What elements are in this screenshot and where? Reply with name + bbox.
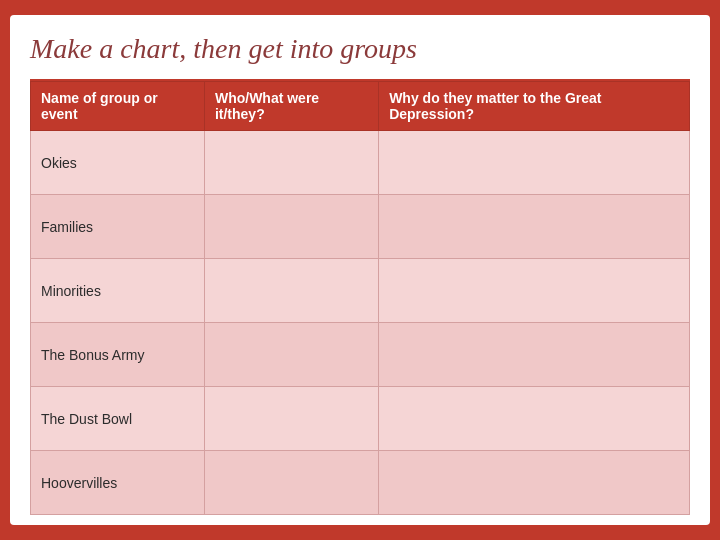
col-header-why: Why do they matter to the Great Depressi… [379, 82, 690, 131]
table-header-row: Name of group or event Who/What were it/… [31, 82, 690, 131]
data-cell [379, 323, 690, 387]
data-cell [379, 259, 690, 323]
data-cell [204, 195, 378, 259]
table-row: Families [31, 195, 690, 259]
col-header-who: Who/What were it/they? [204, 82, 378, 131]
data-cell [379, 131, 690, 195]
name-cell: Families [31, 195, 205, 259]
name-cell: Hoovervilles [31, 451, 205, 515]
table-row: Okies [31, 131, 690, 195]
data-cell [379, 387, 690, 451]
slide-title: Make a chart, then get into groups [30, 33, 690, 65]
chart-table: Name of group or event Who/What were it/… [30, 81, 690, 515]
slide-container: Make a chart, then get into groups Name … [10, 15, 710, 525]
name-cell: Okies [31, 131, 205, 195]
table-row: Minorities [31, 259, 690, 323]
data-cell [379, 195, 690, 259]
data-cell [204, 451, 378, 515]
name-cell: The Bonus Army [31, 323, 205, 387]
name-cell: The Dust Bowl [31, 387, 205, 451]
table-row: The Bonus Army [31, 323, 690, 387]
data-cell [204, 387, 378, 451]
data-cell [204, 259, 378, 323]
table-row: The Dust Bowl [31, 387, 690, 451]
data-cell [204, 131, 378, 195]
name-cell: Minorities [31, 259, 205, 323]
table-row: Hoovervilles [31, 451, 690, 515]
data-cell [379, 451, 690, 515]
col-header-name: Name of group or event [31, 82, 205, 131]
data-cell [204, 323, 378, 387]
